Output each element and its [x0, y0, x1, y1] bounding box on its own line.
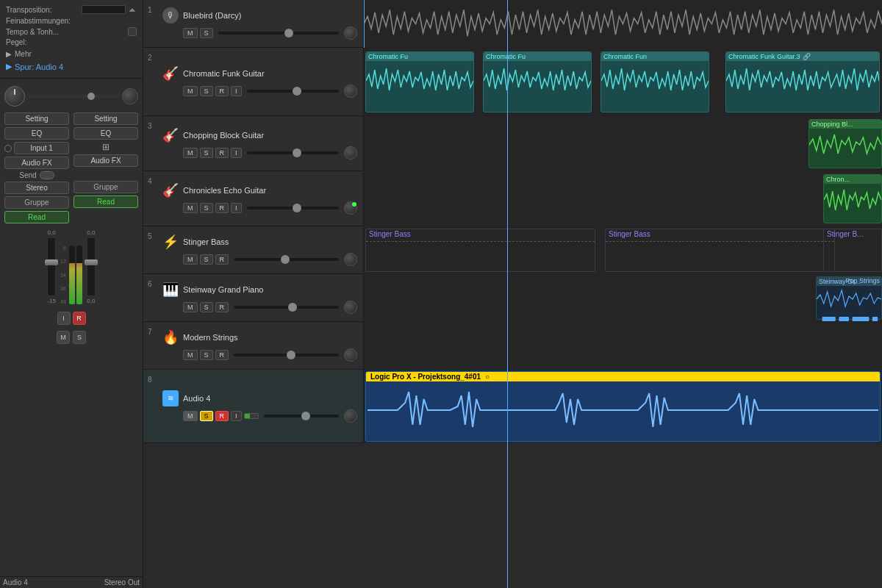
- track-content-2[interactable]: Chromatic Fu Chromatic Fu Chromatic Fun: [364, 48, 882, 116]
- track5-r-button[interactable]: R: [215, 254, 229, 265]
- track-content-6[interactable]: Steinway Gr... Pop Strings: [364, 274, 882, 322]
- track-name-2: Chromatic Funk Guitar: [183, 69, 265, 78]
- track1-m-button[interactable]: M: [183, 28, 198, 38]
- track-content-5[interactable]: Stinger Bass Stinger Bass Stinger B...: [364, 226, 882, 274]
- two-col-controls: Setting EQ Input 1 Audio FX Send Stereo …: [4, 112, 138, 223]
- track2-m-button[interactable]: M: [183, 86, 198, 96]
- eq-button-right[interactable]: EQ: [74, 127, 138, 140]
- track3-i-button[interactable]: I: [231, 148, 242, 158]
- stinger-clip-2[interactable]: Stinger Bass: [605, 229, 835, 272]
- track2-r-button[interactable]: R: [215, 86, 229, 96]
- track-content-4[interactable]: Chron...: [364, 171, 882, 226]
- track6-m-button[interactable]: M: [183, 302, 198, 312]
- track-content-8[interactable]: Logic Pro X - Projektsong_4#01 ○: [364, 370, 882, 443]
- m-button-bottom[interactable]: M: [57, 331, 70, 344]
- clip-chronicles-right[interactable]: Chron...: [823, 174, 882, 223]
- gruppe-button-left[interactable]: Gruppe: [4, 196, 69, 209]
- track6-s-button[interactable]: S: [200, 302, 213, 312]
- mehr-button[interactable]: ▶ Mehr: [6, 49, 137, 60]
- track4-slider[interactable]: [247, 207, 339, 209]
- track8-level-indicator: [244, 413, 259, 419]
- audio4-waveform-area: [366, 381, 880, 440]
- audio4-waveform: [368, 384, 878, 436]
- track-name-row-8: ≋ Audio 4: [149, 390, 357, 406]
- s-button-bottom[interactable]: S: [73, 331, 86, 344]
- stinger-clip-3[interactable]: Stinger B...: [823, 229, 882, 272]
- track1-knob[interactable]: [344, 26, 357, 40]
- track3-slider[interactable]: [247, 151, 339, 154]
- secondary-knob[interactable]: [122, 88, 138, 104]
- track2-s-button[interactable]: S: [200, 86, 213, 96]
- transposition-arrows[interactable]: ⏶: [128, 4, 137, 15]
- track3-m-button[interactable]: M: [183, 148, 198, 158]
- track-content-3[interactable]: Chopping Bl...: [364, 116, 882, 171]
- input1-button[interactable]: Input 1: [14, 142, 69, 154]
- clip-chopping-right[interactable]: Chopping Bl...: [808, 119, 882, 168]
- track8-s-button[interactable]: S: [200, 411, 213, 421]
- left-col: Setting EQ Input 1 Audio FX Send Stereo …: [4, 112, 69, 223]
- track6-r-button[interactable]: R: [215, 302, 229, 312]
- track5-knob[interactable]: [344, 253, 357, 266]
- track8-r-button[interactable]: R: [215, 411, 229, 421]
- track2-knob[interactable]: [344, 85, 357, 98]
- knob-area: [4, 83, 138, 110]
- eq-button-left[interactable]: EQ: [4, 127, 69, 140]
- i-button[interactable]: I: [57, 312, 71, 325]
- left-fader[interactable]: [47, 237, 56, 296]
- main-knob[interactable]: [4, 86, 25, 107]
- track5-slider[interactable]: [234, 258, 339, 261]
- track4-knob[interactable]: [344, 201, 357, 215]
- track2-slider[interactable]: [247, 90, 339, 93]
- clip-chromatic-2[interactable]: Chromatic Fu: [483, 51, 592, 112]
- track1-slider[interactable]: [218, 32, 339, 35]
- read-button-left[interactable]: Read: [4, 211, 69, 223]
- clip-chromatic-4[interactable]: Chromatic Funk Guitar.3 🔗: [725, 51, 880, 112]
- track3-r-button[interactable]: R: [215, 148, 229, 158]
- track7-m-button[interactable]: M: [183, 350, 198, 360]
- setting-button-right[interactable]: Setting: [74, 112, 138, 125]
- track4-s-button[interactable]: S: [200, 203, 213, 213]
- track6-slider[interactable]: [234, 306, 339, 309]
- gruppe-button-right[interactable]: Gruppe: [74, 181, 138, 193]
- read-button-right[interactable]: Read: [74, 196, 138, 208]
- track8-knob[interactable]: [344, 409, 357, 423]
- track-row-2: 2 🎸 Chromatic Funk Guitar M S R I Chroma…: [143, 48, 882, 116]
- setting-button-left[interactable]: Setting: [4, 112, 69, 125]
- clip-chromatic-1[interactable]: Chromatic Fu: [365, 51, 474, 112]
- track1-s-button[interactable]: S: [200, 28, 213, 38]
- track2-i-button[interactable]: I: [231, 86, 242, 96]
- spur-audio4-label[interactable]: ▶ Spur: Audio 4: [6, 60, 137, 74]
- track7-knob[interactable]: [344, 348, 357, 362]
- track3-knob[interactable]: [344, 146, 357, 159]
- track-content-7[interactable]: [364, 322, 882, 370]
- track-row-3: 3 🎸 Chopping Block Guitar M S R I Choppi…: [143, 116, 882, 171]
- tempo-toggle[interactable]: [128, 27, 137, 36]
- level-slider[interactable]: [28, 95, 119, 98]
- track4-r-button[interactable]: R: [215, 203, 229, 213]
- track8-slider[interactable]: [264, 415, 339, 417]
- track7-r-button[interactable]: R: [215, 350, 229, 360]
- track7-s-button[interactable]: S: [200, 350, 213, 360]
- track6-knob[interactable]: [344, 301, 357, 314]
- audio-fx-button-right[interactable]: Audio FX: [74, 154, 138, 167]
- track-content-1[interactable]: [364, 0, 882, 48]
- r-button[interactable]: R: [73, 312, 86, 325]
- track4-i-button[interactable]: I: [231, 203, 242, 213]
- track4-m-button[interactable]: M: [183, 203, 198, 213]
- track8-m-button[interactable]: M: [183, 411, 198, 421]
- clip-chromatic-3[interactable]: Chromatic Fun: [600, 51, 709, 112]
- stinger-clip-1[interactable]: Stinger Bass: [365, 229, 595, 272]
- send-toggle[interactable]: [40, 171, 54, 179]
- track5-m-button[interactable]: M: [183, 254, 198, 265]
- track3-s-button[interactable]: S: [200, 148, 213, 158]
- audio4-clip[interactable]: Logic Pro X - Projektsong_4#01 ○: [365, 371, 881, 442]
- stereo-button[interactable]: Stereo: [4, 182, 69, 194]
- clip-label-chromatic-3: Chromatic Fun: [601, 52, 709, 61]
- track-icon-5: ⚡: [162, 234, 179, 250]
- right-fader[interactable]: [87, 237, 96, 296]
- track7-slider[interactable]: [234, 354, 339, 356]
- steinway-clip-right[interactable]: Steinway Gr...: [816, 276, 882, 320]
- audio-fx-button-left[interactable]: Audio FX: [4, 157, 69, 169]
- track5-s-button[interactable]: S: [200, 254, 213, 265]
- track8-i-button[interactable]: I: [231, 411, 242, 421]
